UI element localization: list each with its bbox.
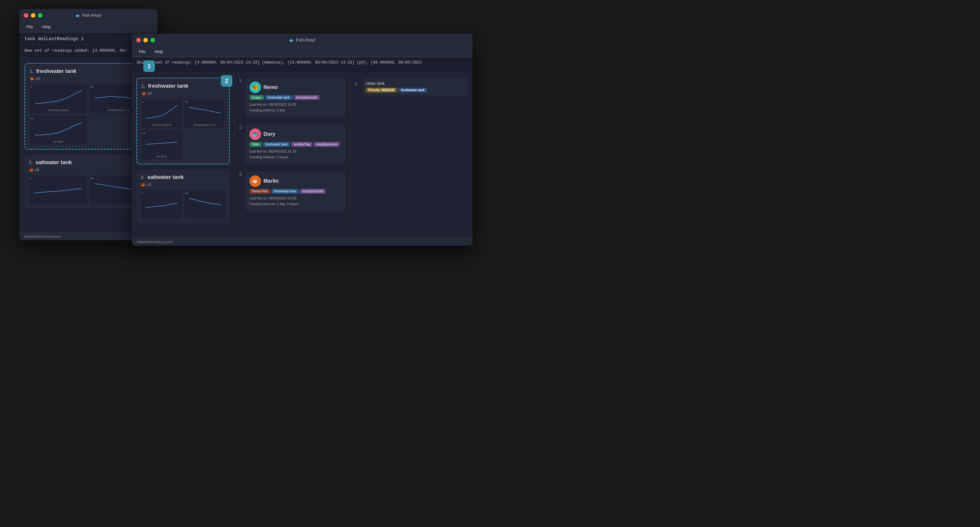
ph-chart-w2-1: 14 pH (pH): [142, 130, 182, 159]
temp-chart-w2-1: 40 Temperature (°C): [185, 99, 225, 128]
charts-grid-w2-2: 4. 40.: [141, 190, 225, 219]
tank-badge-w2-1: 2: [221, 75, 232, 87]
titlebar-1: 🐟 Fish Ahoy!: [19, 9, 158, 22]
maximize-button-1[interactable]: [38, 13, 43, 17]
help-menu-1[interactable]: Help: [40, 24, 53, 30]
ammonia-chart-2: 4.: [29, 175, 87, 204]
ammonia-chart-w2-1: 4 Ammonia (ppm): [142, 99, 182, 128]
statusbar-2: ./data/addressbook.json: [132, 238, 473, 246]
temp-chart-w2-2: 40.: [185, 190, 226, 219]
fish-card-nemo[interactable]: 🐠 Nemo Guppy freshwater tank tempSpecies…: [245, 78, 345, 117]
tag-parrotfish: Parrot Fish: [250, 189, 270, 194]
task-card-1[interactable]: clean tank Priority: MEDIUM freshwater t…: [363, 78, 468, 96]
tanks-panel: 2 1. freshwater tank 🦀 x3 4 Ammonia (p: [132, 73, 235, 234]
menubar-1: File Help: [19, 22, 158, 32]
window-title-1: 🐟 Fish Ahoy!: [75, 13, 102, 17]
fish-avatar-marlin: 🐡: [250, 175, 261, 187]
fish-card-dory[interactable]: 🐟 Dory Tetra freshwater tank anotherTag …: [245, 125, 345, 164]
fish-list-row-3: 3. 🐡 Marlin Parrot Fish freshwater tank …: [239, 171, 345, 214]
tag-freshwater-dory: freshwater tank: [263, 142, 290, 147]
tasks-panel: 1. clean tank Priority: MEDIUM freshwate…: [350, 73, 473, 234]
tank-title-w2-1: 1. freshwater tank: [142, 83, 225, 89]
fish-name-row-dory: 🐟 Dory: [250, 129, 342, 140]
fish-avatar-dory: 🐟: [250, 129, 261, 140]
traffic-lights-2: [136, 38, 155, 42]
tank-badge-1: 1: [143, 60, 155, 72]
tags-row-marlin: Parrot Fish freshwater tank tempSpeciesB: [250, 189, 342, 194]
fish-info-nemo: Last fed on: 06/04/2023 14:33 Feeding in…: [250, 102, 342, 113]
fish-list-row-1: 1. 🐠 Nemo Guppy freshwater tank tempSpec…: [239, 78, 345, 121]
tag-freshwater-nemo: freshwater tank: [265, 95, 292, 100]
ammonia-chart-w2-2: 4.: [141, 190, 182, 219]
fish-name-dory: Dory: [264, 131, 275, 137]
tag-freshwater-marlin: freshwater tank: [272, 189, 299, 194]
titlebar-2: 🐟 Fish Ahoy!: [132, 34, 473, 46]
tag-guppy: Guppy: [250, 95, 264, 100]
close-button-2[interactable]: [136, 38, 141, 42]
help-menu-2[interactable]: Help: [153, 49, 165, 55]
fish-name-row-marlin: 🐡 Marlin: [250, 175, 342, 187]
fish-card-marlin[interactable]: 🐡 Marlin Parrot Fish freshwater tank tem…: [245, 171, 345, 211]
task-row-1: 1. clean tank Priority: MEDIUM freshwate…: [355, 78, 468, 98]
task-name-1: clean tank: [366, 81, 465, 86]
close-button-1[interactable]: [24, 13, 28, 17]
fish-info-dory: Last fed on: 06/04/2023 14:33 Feeding in…: [250, 149, 342, 160]
maximize-button-2[interactable]: [150, 38, 155, 42]
tank-fish-count-2: 🦀 x3: [29, 168, 148, 172]
tag-tempspeciesa-dory: tempSpeciesA: [314, 142, 339, 147]
output-area-2: Deleted set of readings: [4.000000, 06/0…: [132, 57, 473, 73]
tank-title-1: 1. freshwater tank: [30, 68, 147, 75]
tag-tetra: Tetra: [250, 142, 262, 147]
fish-panel: 1. 🐠 Nemo Guppy freshwater tank tempSpec…: [235, 73, 350, 234]
window-2: 🐟 Fish Ahoy! File Help Deleted set of re…: [132, 34, 473, 246]
tank-fish-count-1: 🦀 x3: [30, 76, 147, 81]
tank-card-w2-1[interactable]: 2 1. freshwater tank 🦀 x3 4 Ammonia (p: [136, 78, 230, 164]
tags-row-dory: Tetra freshwater tank anotherTag tempSpe…: [250, 142, 342, 147]
tag-tempspeciesa-nemo: tempSpeciesA: [294, 95, 320, 100]
tank-title-2: 2. saltwater tank: [29, 159, 148, 166]
tag-anothertag: anotherTag: [291, 142, 312, 147]
fish-list-row-2: 2. 🐟 Dory Tetra freshwater tank anotherT…: [239, 125, 345, 168]
fish-info-marlin: Last fed on: 06/04/2023 14:33 Feeding in…: [250, 195, 342, 207]
tags-row-nemo: Guppy freshwater tank tempSpeciesA: [250, 95, 342, 100]
window-title-2: 🐟 Fish Ahoy!: [289, 38, 316, 42]
charts-grid-1: 4 Ammonia (ppm) 40 Temperature (°C) 14: [30, 84, 147, 144]
fish-name-row-nemo: 🐠 Nemo: [250, 82, 342, 93]
tank-fish-count-w2-2: 🦀 x3: [141, 183, 225, 187]
minimize-button-2[interactable]: [143, 38, 148, 42]
charts-grid-w2-1: 4 Ammonia (ppm) 40 Temperature (°C): [142, 99, 225, 159]
main-content: 2 1. freshwater tank 🦀 x3 4 Ammonia (p: [132, 73, 473, 234]
ammonia-chart-1: 4 Ammonia (ppm): [30, 84, 87, 113]
traffic-lights-1: [24, 13, 43, 17]
tank-card-w2-2[interactable]: 2. saltwater tank 🦀 x3 4. 40.: [136, 170, 230, 224]
priority-tag-medium: Priority: MEDIUM: [366, 88, 397, 92]
tank-title-w2-2: 2. saltwater tank: [141, 174, 225, 181]
fish-avatar-nemo: 🐠: [250, 82, 261, 93]
charts-grid-2: 4. 40.: [29, 175, 148, 204]
tag-tempspeciesb: tempSpeciesB: [300, 189, 326, 194]
fish-name-marlin: Marlin: [264, 178, 278, 184]
file-menu-2[interactable]: File: [137, 49, 148, 55]
tank-fish-count-w2-1: 🦀 x3: [142, 91, 225, 96]
minimize-button-1[interactable]: [31, 13, 35, 17]
priority-tag-tank: freshwater tank: [398, 88, 427, 92]
fish-name-nemo: Nemo: [264, 84, 278, 90]
task-tags-1: Priority: MEDIUM freshwater tank: [366, 88, 465, 92]
ph-chart-1: 14 pH (pH): [30, 116, 87, 144]
file-menu-1[interactable]: File: [24, 24, 35, 30]
menubar-2: File Help: [132, 46, 473, 57]
